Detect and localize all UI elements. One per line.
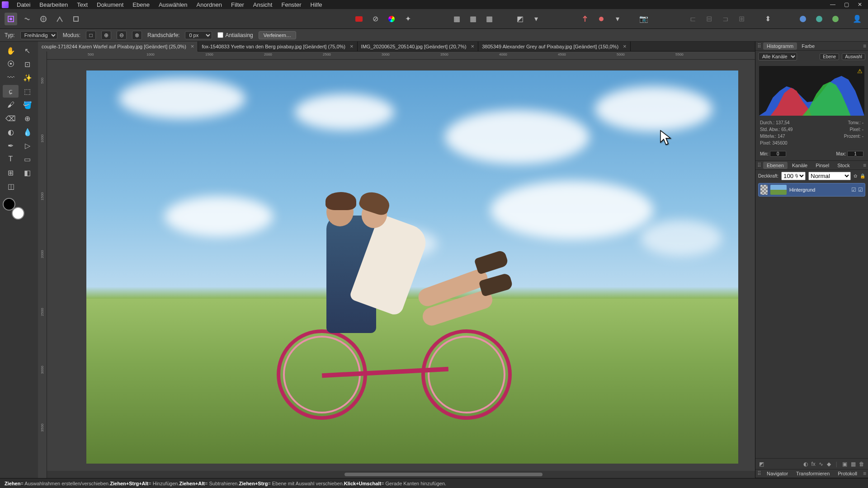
mask-button[interactable]: ◩	[759, 461, 764, 467]
fill-tool[interactable]: 🪣	[19, 99, 35, 111]
export-persona-button[interactable]	[70, 13, 82, 25]
mesh-tool[interactable]: ⊞	[3, 166, 19, 179]
arrange-button[interactable]: ⬍	[761, 13, 774, 25]
snap-button[interactable]	[579, 13, 591, 25]
panel-options-icon[interactable]: ≡	[863, 162, 866, 169]
clone-tool[interactable]: ⊕	[19, 112, 35, 125]
layer-item[interactable]: Hintergrund ☑ ☑	[758, 183, 865, 197]
color-tab[interactable]: Farbe	[798, 42, 818, 50]
panel-menu-icon[interactable]: ⠿	[757, 470, 761, 477]
selection-add-icon[interactable]: ▦	[467, 13, 479, 25]
menu-filter[interactable]: Filter	[226, 1, 249, 8]
dropdown-icon[interactable]: ▾	[530, 13, 542, 25]
transform-tab[interactable]: Transformieren	[793, 470, 833, 477]
horizontal-scrollbar[interactable]	[47, 471, 755, 478]
brushes-tab[interactable]: Pinsel	[812, 162, 833, 169]
stock-blue-icon[interactable]	[797, 13, 809, 25]
color-picker-tool[interactable]: ⦿	[3, 58, 19, 70]
delete-button[interactable]: 🗑	[859, 461, 864, 467]
tab-close-icon[interactable]: ×	[471, 43, 475, 50]
selection-brush-tool[interactable]: 〰	[3, 71, 19, 84]
menu-hilfe[interactable]: Hilfe	[306, 1, 327, 8]
refine-button[interactable]: Verfeinern…	[259, 31, 296, 39]
max-input[interactable]	[847, 151, 863, 157]
panel-options-icon[interactable]: ≡	[863, 43, 866, 49]
minimize-button[interactable]: —	[826, 0, 839, 9]
crop-tool[interactable]: ⊡	[19, 58, 35, 70]
selection-scope-button[interactable]: Auswahl	[842, 53, 865, 60]
menu-ansicht[interactable]: Ansicht	[249, 1, 277, 8]
tab-close-icon[interactable]: ×	[623, 43, 627, 50]
menu-text[interactable]: Text	[72, 1, 92, 8]
history-tab[interactable]: Protokoll	[834, 470, 861, 477]
view-tool[interactable]: ◫	[3, 180, 19, 192]
tab-close-icon[interactable]: ×	[350, 43, 354, 50]
move-tool[interactable]: ↖	[19, 44, 35, 57]
menu-fenster[interactable]: Fenster	[277, 1, 306, 8]
dodge-tool[interactable]: ◐	[3, 126, 19, 138]
quickmask-button[interactable]: ◩	[514, 13, 526, 25]
foreground-color-swatch[interactable]	[3, 198, 15, 211]
maximize-button[interactable]: ▢	[840, 0, 853, 9]
mode-new-button[interactable]: □	[86, 31, 96, 40]
antialias-checkbox[interactable]: Antialiasing	[217, 32, 253, 38]
group-button[interactable]: ▣	[842, 461, 847, 467]
liquify-persona-button[interactable]	[21, 13, 33, 25]
livefilter-button[interactable]: ∿	[819, 461, 823, 467]
close-button[interactable]: ✕	[854, 0, 866, 9]
panel-options-icon[interactable]: ≡	[863, 470, 866, 477]
color-swatches[interactable]	[3, 198, 24, 220]
brush-tool[interactable]: 🖌	[3, 99, 19, 111]
navigator-tab[interactable]: Navigator	[763, 470, 792, 477]
menu-auswählen[interactable]: Auswählen	[154, 1, 192, 8]
mode-intersect-button[interactable]: ⊗	[132, 31, 142, 40]
canvas-area[interactable]	[47, 60, 755, 471]
account-icon[interactable]: 👤	[851, 13, 863, 25]
stock-green-icon[interactable]	[829, 13, 842, 25]
layer-visibility-icon[interactable]: ☑	[858, 187, 863, 193]
marquee-tool[interactable]: ⬚	[19, 85, 35, 98]
node-tool[interactable]: ▷	[19, 139, 35, 152]
document-tab[interactable]: couple-1718244 Karen Warfel auf Pixabay.…	[38, 42, 198, 52]
shape-tool[interactable]: ▭	[19, 153, 35, 165]
panel-menu-icon[interactable]: ⠿	[757, 162, 761, 169]
channel-select[interactable]: Alle Kanäle	[758, 52, 797, 61]
tab-close-icon[interactable]: ×	[191, 43, 194, 50]
color-swatch-icon[interactable]	[353, 13, 365, 25]
type-select[interactable]: Freihändig	[20, 31, 57, 39]
stock-teal-icon[interactable]	[813, 13, 826, 25]
min-input[interactable]	[770, 151, 786, 157]
adjustment-button[interactable]: ◐	[803, 461, 808, 467]
menu-ebene[interactable]: Ebene	[128, 1, 154, 8]
freehand-selection-tool[interactable]: ɕ	[3, 85, 19, 98]
layers-tab[interactable]: Ebenen	[763, 162, 788, 169]
opacity-select[interactable]: 100 %	[781, 172, 806, 180]
lock-icon[interactable]: 🔒	[860, 174, 865, 178]
color-wheel-icon[interactable]	[385, 13, 398, 25]
feather-select[interactable]: 0 px	[185, 31, 212, 39]
background-color-swatch[interactable]	[12, 207, 24, 220]
hand-tool[interactable]: ✋	[3, 44, 19, 57]
layer-scope-button[interactable]: Ebene	[820, 53, 839, 60]
tag-button[interactable]: ◆	[827, 461, 831, 467]
sample-icon[interactable]: ✦	[401, 13, 414, 25]
panel-menu-icon[interactable]: ⠿	[757, 43, 761, 49]
gradient-tool[interactable]: ◧	[19, 166, 35, 179]
blur-tool[interactable]: 💧	[19, 126, 35, 138]
erase-tool[interactable]: ⌫	[3, 112, 19, 125]
stock-tab[interactable]: Stock	[834, 162, 854, 169]
text-tool[interactable]: T	[3, 153, 19, 165]
document-tab[interactable]: 3805349 Alexander Grey auf Pixabay.jpg […	[478, 42, 630, 52]
document-tab[interactable]: IMG_20200625_205140.jpg [Geändert] (20,7…	[358, 42, 479, 52]
selection-sub-icon[interactable]: ▦	[483, 13, 495, 25]
fx-button[interactable]: fx	[811, 461, 815, 467]
dropdown-icon[interactable]: ▾	[611, 13, 624, 25]
no-fill-icon[interactable]: ⊘	[369, 13, 382, 25]
photo-persona-button[interactable]	[5, 13, 17, 25]
menu-anordnen[interactable]: Anordnen	[192, 1, 226, 8]
magic-wand-tool[interactable]: ✨	[19, 71, 35, 84]
pen-tool[interactable]: ✒	[3, 139, 19, 152]
document-tab[interactable]: fox-1540833 Yvette van den Berg pixabay.…	[198, 42, 357, 52]
fx-icon[interactable]: ✿	[854, 174, 857, 178]
mode-sub-button[interactable]: ⊖	[117, 31, 127, 40]
